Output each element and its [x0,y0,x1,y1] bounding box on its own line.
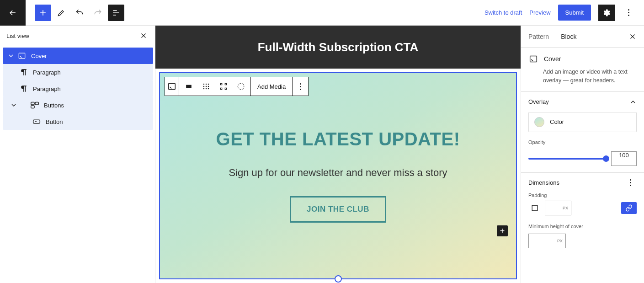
add-media-button[interactable]: Add Media [251,77,293,96]
chevron-down-icon [5,52,16,59]
min-height-label: Minimum height of cover [528,224,637,229]
tree-label: Buttons [44,102,64,109]
inspector-panel: Pattern Block Cover Add an image or vide… [521,26,644,283]
paragraph-icon [18,67,29,78]
toolbar-right: Switch to draft Preview Submit [484,5,644,21]
color-label: Color [550,118,564,125]
dimensions-section-title: Dimensions [528,179,559,186]
paragraph-icon [18,83,29,94]
tree-item-paragraph[interactable]: Paragraph [3,80,153,97]
svg-rect-1 [19,53,25,59]
link-sides-button[interactable] [621,202,637,214]
cover-headline[interactable]: GET THE LATEST UPDATE! [216,129,460,150]
tree-item-paragraph[interactable]: Paragraph [3,64,153,80]
cta-button[interactable]: JOIN THE CLUB [290,196,386,223]
svg-rect-2 [31,102,34,105]
overlay-section-title: Overlay [528,98,549,105]
cover-icon [16,50,27,61]
svg-rect-18 [530,56,537,62]
svg-rect-19 [532,205,538,211]
list-view-title: List view [6,32,29,39]
min-height-input[interactable]: PX [528,234,566,248]
svg-point-17 [238,83,244,89]
tree-label: Cover [31,53,47,59]
redo-button[interactable] [90,5,106,21]
svg-point-11 [203,86,205,87]
canvas-title-bar: Full-Width Subscription CTA [155,26,521,69]
document-overview-button[interactable] [108,5,124,21]
tree-item-cover[interactable]: Cover [3,48,153,64]
toolbar-left [26,5,124,21]
cover-block[interactable]: Add Media GET THE LATEST UPDATE! Sign up… [159,72,517,279]
tree-label: Paragraph [33,85,61,92]
back-button[interactable] [0,0,26,26]
svg-rect-7 [186,85,192,88]
full-height-icon[interactable] [217,80,230,93]
page-title[interactable]: Full-Width Subscription CTA [258,40,419,54]
padding-label: Padding [528,192,637,198]
tree-item-buttons[interactable]: Buttons [3,97,153,113]
svg-point-16 [208,88,209,90]
edit-tool-button[interactable] [53,5,69,21]
switch-to-draft-link[interactable]: Switch to draft [484,9,522,16]
tab-block[interactable]: Block [561,33,576,40]
duotone-icon[interactable] [234,80,248,93]
block-type-name: Cover [544,55,561,63]
dimensions-more-button[interactable] [624,179,637,186]
tree-label: Paragraph [33,69,61,76]
tree-item-button[interactable]: Button [3,113,153,130]
chevron-down-icon [8,101,19,109]
svg-rect-6 [169,84,176,90]
cover-block-type-icon[interactable] [165,80,179,93]
tree-label: Button [46,118,63,125]
content-position-icon[interactable] [199,80,213,93]
block-more-options-button[interactable] [294,83,307,90]
top-toolbar: Switch to draft Preview Submit [0,0,644,26]
settings-button[interactable] [598,5,615,21]
svg-point-13 [208,86,209,87]
cover-subline[interactable]: Sign up for our newsletter and never mis… [229,167,447,179]
close-list-view-button[interactable] [139,32,148,40]
padding-input[interactable]: PX [545,201,571,215]
align-full-icon[interactable] [182,80,196,93]
preview-link[interactable]: Preview [529,9,550,16]
resize-handle[interactable] [335,275,342,283]
add-inner-block-button[interactable]: + [497,225,508,236]
list-view-panel: List view Cover Paragraph [0,26,155,283]
svg-point-12 [206,86,207,87]
svg-rect-4 [31,106,34,108]
svg-point-8 [203,84,205,85]
svg-rect-3 [35,102,38,105]
buttons-icon [29,100,40,111]
svg-point-10 [208,84,209,85]
tab-pattern[interactable]: Pattern [528,33,549,40]
svg-point-14 [203,88,205,90]
collapse-overlay-button[interactable] [629,98,637,106]
svg-point-9 [206,84,207,85]
block-toolbar: Add Media [165,77,309,96]
add-block-button[interactable] [35,5,51,21]
opacity-input[interactable]: 100 [611,151,637,166]
editor-canvas: Full-Width Subscription CTA Add Media [155,26,521,283]
submit-button[interactable]: Submit [558,5,591,21]
color-swatch [534,117,544,127]
padding-sides-icon[interactable] [528,202,541,214]
button-icon [31,116,42,127]
undo-button[interactable] [71,5,88,21]
more-options-button[interactable] [622,9,635,16]
overlay-color-picker[interactable]: Color [528,112,637,132]
close-inspector-button[interactable] [628,32,637,41]
block-description: Add an image or video with a text overla… [528,68,637,85]
cover-icon [528,54,538,64]
opacity-label: Opacity [528,139,637,145]
svg-point-15 [206,88,207,90]
opacity-slider[interactable] [528,158,607,160]
